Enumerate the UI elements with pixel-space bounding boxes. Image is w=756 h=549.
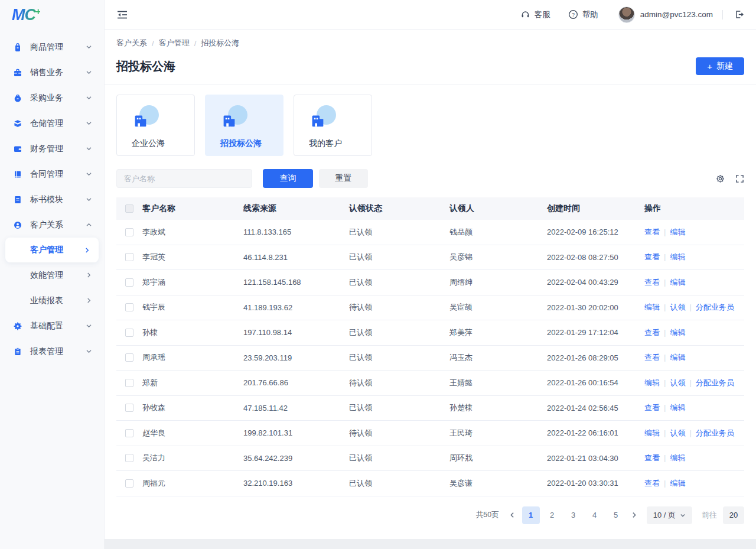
settings-gear-icon[interactable] bbox=[715, 174, 725, 184]
sidebar-item-1[interactable]: 销售业务 bbox=[0, 60, 104, 85]
row-checkbox[interactable] bbox=[125, 303, 133, 311]
sidebar-item-7[interactable]: 客户关系 bbox=[0, 212, 104, 238]
sidebar-item-4[interactable]: 财务管理 bbox=[0, 136, 104, 161]
page-size-select[interactable]: 10 / 页 bbox=[647, 506, 692, 524]
cell-created-time: 2022-01-22 06:16:01 bbox=[547, 428, 644, 437]
page-button-3[interactable]: 3 bbox=[565, 506, 582, 524]
pagination-total: 共50页 bbox=[476, 510, 499, 520]
prev-page-icon[interactable] bbox=[505, 506, 520, 524]
pool-card-0[interactable]: 企业公海 bbox=[116, 95, 195, 156]
sidebar-collapse-icon[interactable] bbox=[116, 9, 128, 20]
row-checkbox[interactable] bbox=[125, 429, 133, 437]
row-checkbox[interactable] bbox=[125, 454, 133, 462]
fullscreen-icon[interactable] bbox=[735, 174, 744, 183]
create-button[interactable]: + 新建 bbox=[696, 57, 744, 75]
next-page-icon[interactable] bbox=[627, 506, 642, 524]
sidebar-subitem-7-0[interactable]: 客户管理 bbox=[5, 238, 99, 262]
action-link-1[interactable]: 编辑 bbox=[670, 328, 685, 337]
customer-service-button[interactable]: 客服 bbox=[520, 9, 550, 20]
page-button-1[interactable]: 1 bbox=[522, 506, 540, 524]
sidebar-item-6[interactable]: 标书模块 bbox=[0, 187, 104, 212]
action-link-0[interactable]: 查看 bbox=[644, 228, 660, 236]
goto-page-input[interactable]: 20 bbox=[723, 506, 744, 524]
search-button[interactable]: 查询 bbox=[263, 169, 313, 188]
row-checkbox[interactable] bbox=[125, 329, 133, 337]
action-link-1[interactable]: 编辑 bbox=[670, 403, 685, 412]
cell-created-time: 2022-01-26 08:29:05 bbox=[547, 353, 644, 362]
chevron-down-icon bbox=[86, 145, 92, 152]
action-link-0[interactable]: 查看 bbox=[644, 353, 660, 362]
action-link-0[interactable]: 编辑 bbox=[644, 303, 660, 311]
pool-card-1[interactable]: 招投标公海 bbox=[205, 95, 284, 156]
action-link-1[interactable]: 编辑 bbox=[670, 479, 685, 488]
action-link-1[interactable]: 编辑 bbox=[670, 228, 685, 236]
row-checkbox[interactable] bbox=[125, 228, 133, 236]
row-checkbox[interactable] bbox=[125, 379, 133, 387]
cell-lead-source: 32.210.19.163 bbox=[243, 479, 349, 488]
row-checkbox[interactable] bbox=[125, 404, 133, 412]
action-link-1[interactable]: 编辑 bbox=[670, 453, 685, 462]
action-link-0[interactable]: 查看 bbox=[644, 252, 660, 261]
pool-card-label: 招投标公海 bbox=[220, 138, 283, 149]
sidebar-item-8[interactable]: 基础配置 bbox=[0, 313, 104, 339]
logout-icon[interactable] bbox=[734, 9, 744, 20]
building-icon bbox=[220, 105, 247, 130]
customer-name-input[interactable] bbox=[116, 169, 252, 188]
cell-claim-status: 已认领 bbox=[349, 277, 449, 288]
row-checkbox[interactable] bbox=[125, 353, 133, 362]
action-separator: | bbox=[664, 303, 666, 311]
action-link-1[interactable]: 编辑 bbox=[670, 278, 685, 287]
action-link-0[interactable]: 查看 bbox=[644, 479, 660, 488]
main-column: 客服 ? 帮助 admin@pvc123.com bbox=[105, 0, 756, 549]
sidebar-subitem-7-1[interactable]: 效能管理 bbox=[0, 262, 104, 288]
sidebar-subitem-7-2[interactable]: 业绩报表 bbox=[0, 288, 104, 313]
chevron-down-icon bbox=[86, 196, 92, 203]
cell-claimer: 吴彦谦 bbox=[449, 478, 547, 489]
action-link-1[interactable]: 编辑 bbox=[670, 252, 685, 261]
action-link-0[interactable]: 编辑 bbox=[644, 378, 660, 387]
logo-plus: + bbox=[35, 7, 40, 17]
page-button-2[interactable]: 2 bbox=[543, 506, 561, 524]
action-link-0[interactable]: 查看 bbox=[644, 403, 660, 412]
breadcrumb-item-0[interactable]: 客户关系 bbox=[116, 38, 147, 48]
action-link-1[interactable]: 认领 bbox=[670, 378, 685, 387]
page-buttons: 12345 bbox=[520, 506, 627, 524]
action-separator: | bbox=[664, 252, 666, 261]
action-link-1[interactable]: 认领 bbox=[670, 428, 685, 437]
help-icon: ? bbox=[568, 9, 578, 20]
sidebar-item-2[interactable]: 采购业务 bbox=[0, 85, 104, 111]
action-link-2[interactable]: 分配业务员 bbox=[696, 428, 734, 437]
select-all-checkbox[interactable] bbox=[125, 204, 133, 213]
customer-icon bbox=[13, 220, 22, 230]
pool-card-label: 我的客户 bbox=[309, 138, 372, 149]
sidebar-item-9[interactable]: 报表管理 bbox=[0, 339, 104, 364]
cell-claim-status: 已认领 bbox=[349, 227, 449, 238]
action-link-0[interactable]: 查看 bbox=[644, 328, 660, 337]
breadcrumb-item-1[interactable]: 客户管理 bbox=[159, 38, 190, 48]
user-menu[interactable]: admin@pvc123.com bbox=[618, 7, 713, 23]
sidebar-item-3[interactable]: 仓储管理 bbox=[0, 111, 104, 136]
row-checkbox[interactable] bbox=[125, 253, 133, 261]
cell-actions: 查看|编辑 bbox=[644, 227, 744, 238]
action-link-1[interactable]: 编辑 bbox=[670, 353, 685, 362]
action-link-1[interactable]: 认领 bbox=[670, 303, 685, 311]
help-button[interactable]: ? 帮助 bbox=[568, 9, 598, 20]
action-separator: | bbox=[664, 278, 666, 287]
brand-logo[interactable]: MC+ bbox=[12, 6, 40, 24]
page-button-5[interactable]: 5 bbox=[607, 506, 625, 524]
action-link-0[interactable]: 编辑 bbox=[644, 428, 660, 437]
customer-table: 客户名称 线索来源 认领状态 认领人 创建时间 操作 李政斌 111.8.133… bbox=[116, 197, 744, 496]
action-separator: | bbox=[664, 228, 666, 236]
action-link-0[interactable]: 查看 bbox=[644, 453, 660, 462]
action-link-2[interactable]: 分配业务员 bbox=[696, 378, 734, 387]
pool-card-2[interactable]: 我的客户 bbox=[294, 95, 372, 156]
sidebar-item-5[interactable]: 合同管理 bbox=[0, 161, 104, 187]
action-link-0[interactable]: 查看 bbox=[644, 278, 660, 287]
sidebar-item-0[interactable]: 商品管理 bbox=[0, 34, 104, 60]
row-checkbox[interactable] bbox=[125, 479, 133, 488]
cell-claimer: 周缙绅 bbox=[449, 277, 547, 288]
row-checkbox[interactable] bbox=[125, 278, 133, 287]
reset-button[interactable]: 重置 bbox=[319, 169, 368, 188]
page-button-4[interactable]: 4 bbox=[586, 506, 604, 524]
action-link-2[interactable]: 分配业务员 bbox=[696, 303, 734, 311]
